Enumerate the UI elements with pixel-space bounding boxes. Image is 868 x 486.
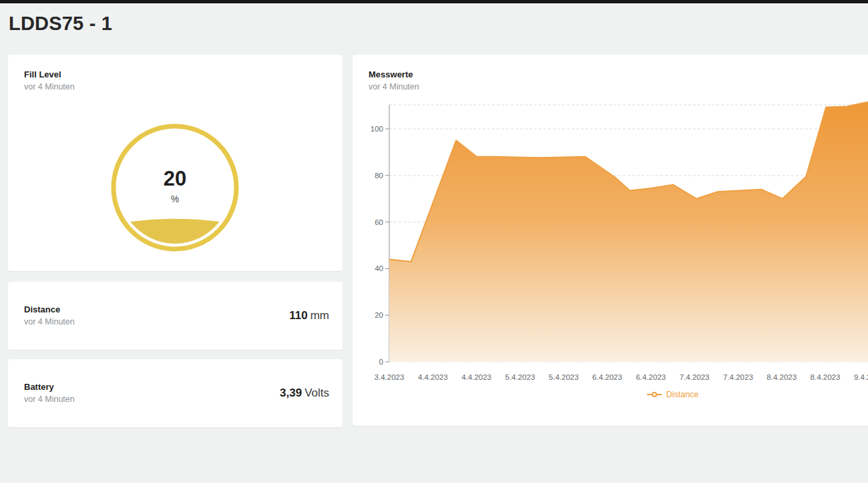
y-axis-label: 60 — [375, 218, 383, 226]
chart-title: Messwerte — [369, 69, 419, 80]
y-axis-label: 100 — [371, 125, 383, 133]
battery-label: Battery — [24, 382, 75, 393]
chart-updated: vor 4 Minuten — [369, 82, 419, 92]
battery-card-header: Battery vor 4 Minuten — [24, 382, 75, 405]
fill-level-updated: vor 4 Minuten — [24, 82, 75, 92]
distance-updated: vor 4 Minuten — [24, 317, 75, 327]
battery-updated: vor 4 Minuten — [24, 395, 75, 405]
legend-item-distance[interactable]: Distance — [353, 388, 868, 401]
x-axis-label: 6.4.2023 — [592, 373, 622, 381]
x-axis-label: 6.4.2023 — [636, 373, 666, 381]
fill-level-gauge: 20 % — [108, 121, 242, 254]
x-axis-label: 5.4.2023 — [505, 373, 535, 381]
x-axis-label: 8.4.2023 — [811, 373, 841, 381]
x-axis-label: 5.4.2023 — [549, 373, 579, 381]
x-axis-label: 8.4.2023 — [767, 373, 797, 381]
battery-value: 3,39Volts — [280, 387, 329, 400]
battery-card: Battery vor 4 Minuten 3,39Volts — [8, 359, 343, 427]
distance-value-number: 110 — [289, 309, 307, 322]
distance-card-header: Distance vor 4 Minuten — [24, 304, 75, 327]
x-axis-label: 4.4.2023 — [418, 373, 448, 381]
area-fill-distance — [389, 102, 868, 362]
battery-value-number: 3,39 — [280, 387, 302, 399]
x-axis-label: 9.4.2023 — [854, 373, 868, 381]
distance-value: 110mm — [289, 309, 329, 322]
distance-value-unit: mm — [310, 309, 329, 322]
y-axis-label: 0 — [379, 358, 383, 366]
top-bar — [0, 0, 868, 3]
fill-level-card-header: Fill Level vor 4 Minuten — [24, 69, 75, 92]
chart-card-header: Messwerte vor 4 Minuten — [369, 69, 419, 92]
measurements-chart-card: 0204060801003.4.20234.4.20234.4.20235.4.… — [353, 55, 868, 426]
gauge-unit: % — [171, 194, 179, 204]
x-axis-label: 3.4.2023 — [375, 373, 405, 381]
x-axis-label: 4.4.2023 — [461, 373, 491, 381]
y-axis-label: 20 — [375, 311, 383, 319]
bottom-strip — [0, 483, 868, 486]
distance-label: Distance — [24, 304, 75, 315]
y-axis-label: 80 — [375, 172, 383, 180]
page-title: LDDS75 - 1 — [9, 13, 112, 35]
fill-level-card: Fill Level vor 4 Minuten 20 % — [8, 55, 343, 271]
distance-card: Distance vor 4 Minuten 110mm — [8, 282, 343, 350]
battery-value-unit: Volts — [304, 387, 329, 399]
line-series-icon — [646, 391, 662, 398]
gauge-value: 20 — [164, 167, 186, 190]
fill-level-label: Fill Level — [24, 69, 75, 80]
y-axis-label: 40 — [375, 264, 383, 272]
legend-label: Distance — [666, 390, 699, 399]
x-axis-label: 7.4.2023 — [723, 373, 753, 381]
x-axis-label: 7.4.2023 — [680, 373, 710, 381]
measurements-chart[interactable]: 0204060801003.4.20234.4.20234.4.20235.4.… — [353, 55, 868, 426]
